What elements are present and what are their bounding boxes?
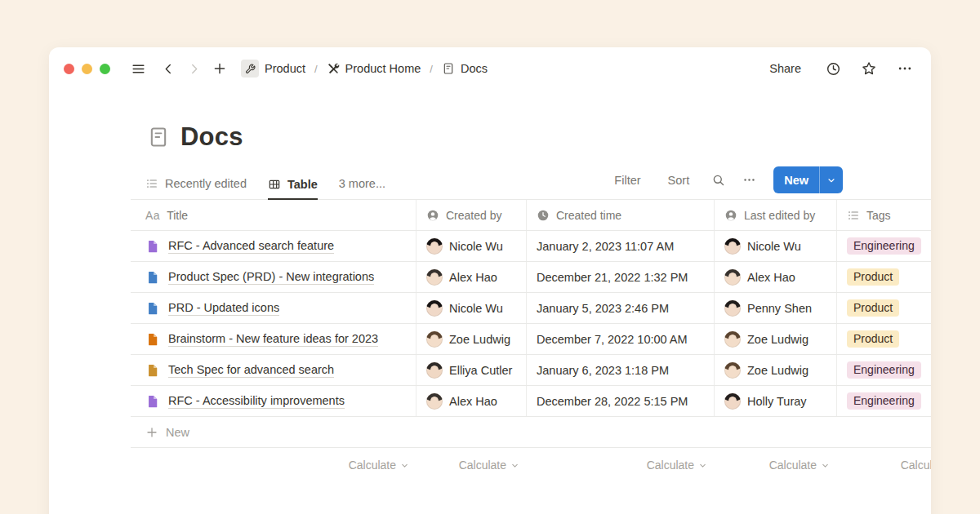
page-document-icon[interactable] bbox=[147, 126, 170, 148]
breadcrumb-separator: / bbox=[428, 63, 434, 75]
row-title-link[interactable]: Brainstorm - New feature ideas for 2023 bbox=[168, 332, 378, 347]
column-header-last-edited-by[interactable]: Last edited by bbox=[715, 200, 837, 230]
tags-cell[interactable]: Product bbox=[837, 262, 931, 292]
created-by-cell[interactable]: Nicole Wu bbox=[416, 293, 527, 323]
ellipsis-icon bbox=[897, 60, 913, 77]
add-row-label: New bbox=[166, 426, 189, 439]
forward-button[interactable] bbox=[187, 62, 201, 76]
last-edited-by-cell[interactable]: Holly Turay bbox=[715, 386, 837, 416]
avatar bbox=[426, 238, 443, 255]
title-cell[interactable]: Product Spec (PRD) - New integrations bbox=[131, 262, 416, 292]
tag-badge[interactable]: Product bbox=[847, 330, 899, 348]
new-entry-dropdown-button[interactable] bbox=[819, 166, 843, 193]
more-options-button[interactable] bbox=[897, 60, 913, 77]
tags-cell[interactable]: Product bbox=[837, 324, 931, 354]
filter-button[interactable]: Filter bbox=[609, 173, 645, 188]
tags-cell[interactable]: Product bbox=[837, 293, 931, 323]
title-cell[interactable]: Tech Spec for advanced search bbox=[131, 355, 416, 385]
new-entry-label[interactable]: New bbox=[773, 166, 819, 193]
tab-label: Table bbox=[287, 178, 318, 191]
add-row-button[interactable]: New bbox=[131, 417, 931, 448]
close-window-button[interactable] bbox=[64, 64, 74, 74]
search-button[interactable] bbox=[711, 173, 725, 187]
created-time-cell[interactable]: December 21, 2022 1:32 PM bbox=[527, 262, 715, 292]
last-edited-by-cell[interactable]: Zoe Ludwig bbox=[715, 324, 837, 354]
tab-recently-edited[interactable]: Recently edited bbox=[145, 177, 247, 199]
tags-cell[interactable]: Engineering bbox=[837, 355, 931, 385]
tools-icon bbox=[327, 62, 340, 75]
sort-button[interactable]: Sort bbox=[663, 173, 695, 188]
calculate-created-time[interactable]: Calculate bbox=[527, 459, 715, 472]
page-title[interactable]: Docs bbox=[180, 122, 243, 152]
avatar bbox=[724, 362, 741, 379]
calculate-last-edited-by[interactable]: Calculate bbox=[715, 459, 837, 472]
new-entry-button[interactable]: New bbox=[773, 166, 843, 193]
tag-badge[interactable]: Product bbox=[847, 299, 899, 317]
title-cell[interactable]: RFC - Advanced search feature bbox=[131, 231, 416, 261]
created-time-cell[interactable]: January 5, 2023 2:46 PM bbox=[527, 293, 715, 323]
chevron-down-icon bbox=[826, 175, 836, 185]
tag-badge[interactable]: Engineering bbox=[847, 361, 921, 379]
last-edited-by-cell[interactable]: Penny Shen bbox=[715, 293, 837, 323]
chevron-down-icon bbox=[510, 461, 519, 470]
breadcrumb-item-docs[interactable]: Docs bbox=[442, 62, 488, 75]
share-button[interactable]: Share bbox=[764, 61, 806, 76]
last-edited-by-cell[interactable]: Nicole Wu bbox=[715, 231, 837, 261]
calculate-title[interactable]: Calculate bbox=[131, 459, 416, 472]
row-title-link[interactable]: RFC - Advanced search feature bbox=[168, 239, 334, 254]
calculate-created-by[interactable]: Calculate bbox=[416, 459, 527, 472]
created-by-cell[interactable]: Alex Hao bbox=[416, 262, 527, 292]
column-header-title[interactable]: Aa Title bbox=[131, 200, 416, 230]
back-button[interactable] bbox=[162, 62, 176, 76]
created-by-cell[interactable]: Alex Hao bbox=[416, 386, 527, 416]
column-header-created-by[interactable]: Created by bbox=[416, 200, 527, 230]
column-header-created-time[interactable]: Created time bbox=[527, 200, 715, 230]
created-time-cell[interactable]: December 28, 2022 5:15 PM bbox=[527, 386, 715, 416]
row-title-link[interactable]: Tech Spec for advanced search bbox=[168, 363, 334, 378]
minimize-window-button[interactable] bbox=[82, 64, 92, 74]
column-header-tags[interactable]: Tags bbox=[837, 200, 931, 230]
breadcrumb-item-product[interactable]: Product bbox=[241, 60, 305, 78]
view-options-button[interactable] bbox=[742, 173, 756, 187]
created-by-cell[interactable]: Elliya Cutler bbox=[416, 355, 527, 385]
row-title-link[interactable]: Product Spec (PRD) - New integrations bbox=[168, 270, 374, 285]
ellipsis-icon bbox=[742, 173, 756, 187]
last-edited-by-cell[interactable]: Alex Hao bbox=[715, 262, 837, 292]
created-time-cell[interactable]: January 6, 2023 1:18 PM bbox=[527, 355, 715, 385]
tag-badge[interactable]: Product bbox=[847, 268, 899, 286]
tags-cell[interactable]: Engineering bbox=[837, 386, 931, 416]
title-cell[interactable]: Brainstorm - New feature ideas for 2023 bbox=[131, 324, 416, 354]
tags-cell[interactable]: Engineering bbox=[837, 231, 931, 261]
tag-badge[interactable]: Engineering bbox=[847, 392, 921, 410]
tab-more-views[interactable]: 3 more... bbox=[339, 177, 385, 199]
page-icon bbox=[145, 301, 160, 316]
chevron-down-icon bbox=[821, 461, 830, 470]
sidebar-menu-button[interactable] bbox=[131, 61, 146, 77]
table-footer-row: Calculate Calculate Calculate Calculate … bbox=[131, 448, 931, 482]
updates-clock-button[interactable] bbox=[826, 61, 841, 77]
created-time-cell[interactable]: January 2, 2023 11:07 AM bbox=[527, 231, 715, 261]
person-icon bbox=[724, 209, 737, 222]
new-page-button[interactable] bbox=[212, 61, 227, 76]
docs-table: Aa Title Created by Created time Last ed… bbox=[131, 200, 931, 482]
calculate-tags[interactable]: Calculate bbox=[837, 459, 931, 472]
avatar bbox=[426, 331, 443, 348]
breadcrumb-item-product-home[interactable]: Product Home bbox=[327, 62, 421, 75]
favorite-star-button[interactable] bbox=[861, 60, 877, 77]
created-by-cell[interactable]: Zoe Ludwig bbox=[416, 324, 527, 354]
page-icon bbox=[145, 363, 160, 378]
title-cell[interactable]: PRD - Updated icons bbox=[131, 293, 416, 323]
last-edited-by-cell[interactable]: Zoe Ludwig bbox=[715, 355, 837, 385]
title-cell[interactable]: RFC - Accessibility improvements bbox=[131, 386, 416, 416]
row-title-link[interactable]: RFC - Accessibility improvements bbox=[168, 394, 345, 409]
plus-icon bbox=[145, 426, 158, 439]
created-time-cell[interactable]: December 7, 2022 10:00 AM bbox=[527, 324, 715, 354]
list-icon bbox=[847, 209, 860, 222]
zoom-window-button[interactable] bbox=[100, 64, 110, 74]
table-row: RFC - Advanced search feature Nicole Wu … bbox=[131, 231, 931, 262]
row-title-link[interactable]: PRD - Updated icons bbox=[168, 301, 279, 316]
tag-badge[interactable]: Engineering bbox=[847, 237, 921, 255]
wrench-icon bbox=[241, 60, 259, 78]
created-by-cell[interactable]: Nicole Wu bbox=[416, 231, 527, 261]
tab-table[interactable]: Table bbox=[268, 178, 318, 200]
